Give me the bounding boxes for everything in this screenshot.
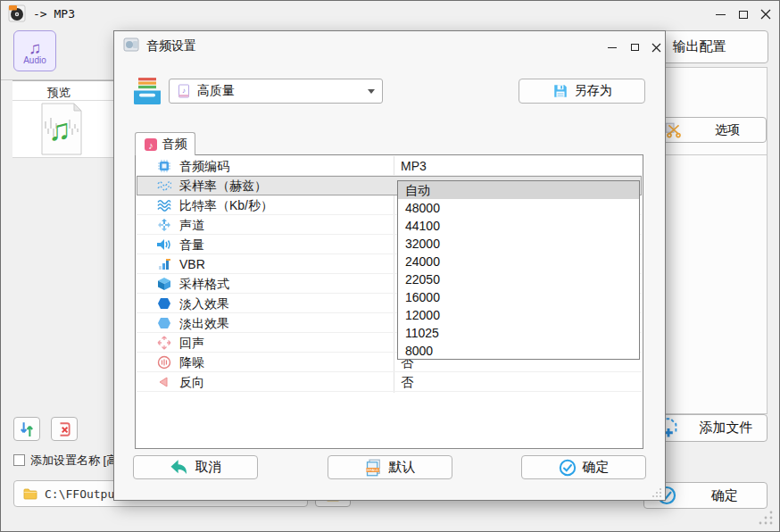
folder-icon — [23, 487, 37, 500]
window-title: -> MP3 — [33, 7, 75, 21]
cube-icon — [156, 277, 172, 291]
add-setting-name-label: 添加设置名称 [高 — [30, 453, 118, 469]
dialog-maximize-button[interactable] — [627, 40, 642, 54]
default-doc-icon: DEFAULT — [365, 459, 383, 477]
options-label: 选项 — [689, 122, 766, 138]
echo-icon — [156, 336, 172, 350]
table-row[interactable]: 音频编码 MP3 — [137, 156, 642, 176]
default-label: 默认 — [389, 459, 416, 476]
main-titlebar: -> MP3 — [1, 1, 779, 26]
svg-text:♫: ♫ — [48, 112, 71, 146]
default-button[interactable]: DEFAULT 默认 — [328, 455, 452, 479]
preset-audio-icon: ♪ — [177, 84, 191, 98]
chevron-down-icon — [368, 89, 375, 94]
ok-label: 确定 — [583, 459, 610, 476]
chip-icon — [156, 159, 172, 173]
svg-text:♪: ♪ — [148, 139, 154, 150]
preset-value: 高质量 — [197, 83, 368, 99]
dropdown-item[interactable]: 32000 — [398, 235, 639, 253]
svg-text:♪: ♪ — [182, 87, 186, 95]
minimize-button[interactable] — [712, 6, 728, 22]
back-arrow-icon — [170, 459, 189, 476]
row-value: MP3 — [394, 159, 641, 173]
bitrate-icon — [156, 198, 172, 212]
denoise-icon — [156, 355, 172, 370]
dialog-close-button[interactable] — [649, 40, 663, 54]
tab-music-note-icon: ♪ — [144, 137, 158, 152]
reverse-icon — [156, 375, 172, 389]
window-resize-grip[interactable] — [758, 510, 774, 529]
vbr-bars-icon — [156, 257, 172, 271]
dropdown-item[interactable]: 44100 — [398, 217, 639, 235]
dropdown-item[interactable]: 11025 — [398, 324, 639, 342]
options-button[interactable]: 选项 — [659, 117, 767, 143]
audio-settings-dialog: 音频设置 ♪ 高质量 另存为 ♪ 音频 — [113, 30, 666, 501]
svg-text:♫: ♫ — [29, 38, 41, 57]
output-config-label: 输出配置 — [673, 38, 726, 55]
close-icon — [760, 9, 771, 20]
maximize-icon — [739, 11, 748, 19]
sample-rate-dropdown: 自动 48000 44100 32000 24000 22050 16000 1… — [397, 180, 640, 360]
dialog-title: 音频设置 — [146, 38, 196, 54]
preset-drawer-icon — [132, 76, 162, 109]
audio-category-label: Audio — [23, 55, 46, 65]
dropdown-item[interactable]: 自动 — [398, 181, 639, 199]
save-as-button[interactable]: 另存为 — [519, 79, 645, 104]
dropdown-item[interactable]: 12000 — [398, 306, 639, 324]
default-icon-text: DEFAULT — [365, 468, 382, 472]
tab-audio[interactable]: ♪ 音频 — [135, 132, 195, 155]
row-value: 否 — [394, 375, 641, 391]
dropdown-item[interactable]: 8000 — [398, 342, 639, 360]
main-ok-label: 确定 — [683, 487, 767, 504]
volume-icon — [156, 237, 172, 252]
fade-in-icon — [156, 296, 172, 311]
dropdown-item[interactable]: 16000 — [398, 288, 639, 306]
minimize-icon — [716, 14, 726, 15]
table-row[interactable]: 反向 否 — [137, 372, 642, 392]
dialog-resize-grip[interactable] — [651, 486, 663, 503]
dropdown-item[interactable]: 24000 — [398, 253, 639, 270]
preset-combobox[interactable]: ♪ 高质量 — [169, 79, 383, 104]
cancel-label: 取消 — [195, 459, 222, 476]
maximize-button[interactable] — [735, 6, 751, 22]
audio-category-button[interactable]: ♫ Audio — [13, 30, 56, 71]
dropdown-item[interactable]: 48000 — [398, 199, 639, 217]
main-window: -> MP3 ♫ Audio 预览 ♫ 输出配置 选项 添加文件 — [0, 0, 780, 532]
tab-audio-label: 音频 — [162, 137, 187, 153]
app-icon — [8, 4, 26, 26]
floppy-disk-icon — [552, 83, 568, 99]
add-setting-name-checkbox[interactable] — [13, 454, 25, 466]
sort-arrows-icon — [19, 421, 35, 437]
save-as-label: 另存为 — [575, 83, 612, 99]
ok-check-icon — [559, 459, 577, 477]
ok-button[interactable]: 确定 — [521, 455, 646, 479]
close-icon — [651, 43, 661, 53]
sort-order-button[interactable] — [13, 417, 40, 441]
remove-icon — [56, 421, 72, 437]
fade-out-icon — [156, 316, 172, 330]
preview-header-label: 预览 — [12, 85, 105, 101]
sample-rate-icon — [156, 179, 172, 193]
scissors-icon — [665, 122, 683, 138]
channels-icon — [156, 218, 172, 232]
minimize-icon — [608, 47, 617, 48]
add-files-label: 添加文件 — [685, 420, 767, 436]
dialog-app-icon — [123, 37, 139, 56]
audio-file-thumbnail: ♫ — [35, 102, 86, 160]
maximize-icon — [631, 44, 639, 51]
dropdown-item[interactable]: 22050 — [398, 270, 639, 288]
output-path-value: C:\FFOutput — [45, 487, 121, 501]
remove-task-button[interactable] — [51, 417, 78, 441]
dialog-minimize-button[interactable] — [605, 40, 619, 54]
close-button[interactable] — [758, 6, 774, 22]
cancel-button[interactable]: 取消 — [133, 455, 258, 479]
